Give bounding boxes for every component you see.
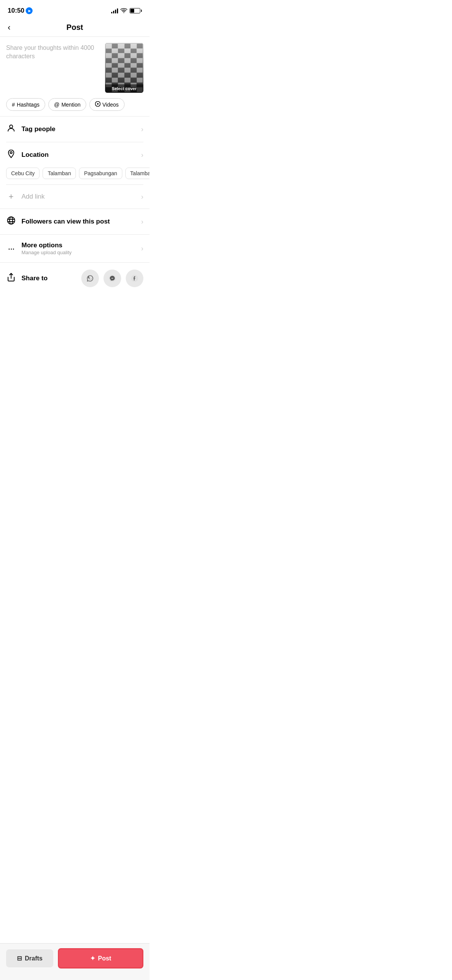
hashtag-icon: # [12, 102, 15, 108]
videos-chip[interactable]: Videos [89, 98, 125, 111]
chevron-icon-2: › [141, 151, 143, 159]
share-icons-group [81, 270, 143, 287]
globe-icon [6, 216, 16, 227]
share-to-row: Share to [0, 263, 150, 294]
svg-marker-2 [97, 103, 99, 105]
battery-icon [130, 8, 142, 13]
bottom-spacer [0, 294, 150, 340]
chevron-icon-5: › [141, 245, 143, 253]
location-chip-2[interactable]: Pagsabungan [79, 168, 122, 179]
add-link-label: Add link [21, 193, 44, 201]
back-button[interactable]: ‹ [6, 21, 12, 34]
location-active-icon [26, 7, 33, 14]
share-to-label: Share to [21, 275, 48, 282]
select-cover-label[interactable]: Select cover [105, 84, 143, 93]
more-options-sub: Manage upload quality [21, 250, 72, 255]
status-bar: 10:50 [0, 0, 150, 19]
person-icon [6, 123, 16, 135]
messenger-button[interactable] [104, 270, 121, 287]
svg-point-5 [8, 217, 15, 224]
page-title: Post [66, 23, 83, 32]
svg-point-3 [10, 125, 13, 128]
caption-area: Share your thoughts within 4000 characte… [0, 37, 150, 98]
location-label: Location [21, 151, 49, 159]
privacy-item[interactable]: Followers can view this post › [0, 209, 150, 234]
caption-input[interactable]: Share your thoughts within 4000 characte… [6, 43, 100, 61]
more-options-label: More options [21, 242, 72, 249]
tag-people-item[interactable]: Tag people › [0, 117, 150, 142]
plus-icon: + [6, 192, 16, 202]
location-chip-0[interactable]: Cebu City [6, 168, 39, 179]
svg-point-0 [123, 12, 124, 13]
chevron-icon-4: › [141, 218, 143, 226]
location-item[interactable]: Location › [0, 142, 150, 168]
chips-row: # Hashtags @ Mention Videos [0, 98, 150, 116]
facebook-button[interactable] [126, 270, 143, 287]
share-icon [6, 273, 16, 284]
wifi-icon [120, 8, 127, 14]
location-pin-icon [6, 149, 16, 161]
tag-people-label: Tag people [21, 125, 55, 133]
chevron-icon: › [141, 125, 143, 133]
privacy-label: Followers can view this post [21, 218, 110, 225]
play-icon [95, 101, 100, 108]
page-header: ‹ Post [0, 19, 150, 37]
location-chips-row: Cebu City Talamban Pagsabungan Talamban … [0, 168, 150, 184]
location-chip-1[interactable]: Talamban [43, 168, 76, 179]
signal-icon [111, 8, 118, 13]
svg-point-9 [109, 275, 116, 282]
svg-point-4 [10, 152, 12, 154]
svg-point-6 [10, 217, 13, 224]
cover-thumbnail[interactable]: Select cover [105, 43, 143, 93]
whatsapp-button[interactable] [81, 270, 99, 287]
location-chip-3[interactable]: Talamban Times Sq [125, 168, 150, 179]
main-content: Share your thoughts within 4000 characte… [0, 37, 150, 340]
status-time: 10:50 [8, 7, 33, 15]
mention-chip[interactable]: @ Mention [48, 98, 86, 111]
hashtags-chip[interactable]: # Hashtags [6, 98, 45, 111]
add-link-item[interactable]: + Add link › [0, 185, 150, 209]
chevron-icon-3: › [141, 193, 143, 201]
status-right [111, 8, 142, 14]
ellipsis-icon: ··· [6, 243, 16, 254]
mention-icon: @ [54, 102, 59, 108]
more-options-item[interactable]: ··· More options Manage upload quality › [0, 235, 150, 262]
